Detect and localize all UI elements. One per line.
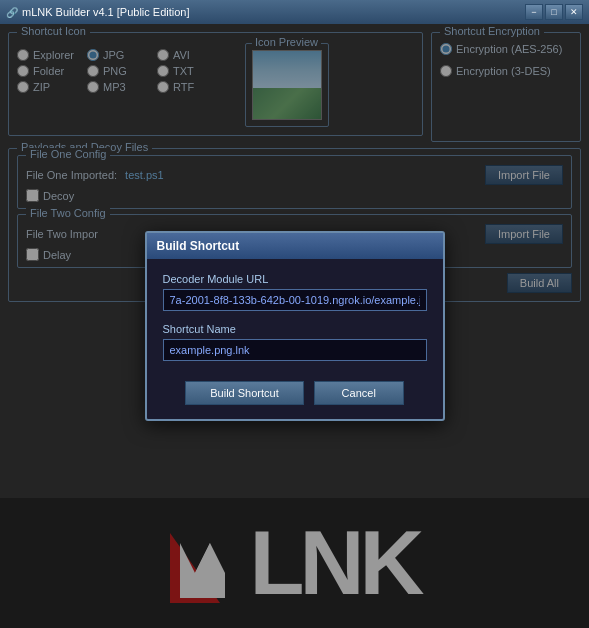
build-shortcut-button[interactable]: Build Shortcut bbox=[185, 381, 303, 405]
modal-dialog: Build Shortcut Decoder Module URL Shortc… bbox=[145, 231, 445, 421]
cancel-button[interactable]: Cancel bbox=[314, 381, 404, 405]
close-button[interactable]: ✕ bbox=[565, 4, 583, 20]
modal-title-bar: Build Shortcut bbox=[147, 233, 443, 259]
modal-overlay: Build Shortcut Decoder Module URL Shortc… bbox=[0, 24, 589, 628]
decoder-url-label: Decoder Module URL bbox=[163, 273, 427, 285]
title-bar-left: 🔗 mLNK Builder v4.1 [Public Edition] bbox=[6, 6, 190, 18]
title-bar-controls: − □ ✕ bbox=[525, 4, 583, 20]
title-bar: 🔗 mLNK Builder v4.1 [Public Edition] − □… bbox=[0, 0, 589, 24]
app-title: mLNK Builder v4.1 [Public Edition] bbox=[22, 6, 190, 18]
main-content: Shortcut Icon Explorer JPG AVI bbox=[0, 24, 589, 628]
shortcut-name-label: Shortcut Name bbox=[163, 323, 427, 335]
minimize-button[interactable]: − bbox=[525, 4, 543, 20]
maximize-button[interactable]: □ bbox=[545, 4, 563, 20]
shortcut-name-input[interactable] bbox=[163, 339, 427, 361]
modal-body: Decoder Module URL Shortcut Name Build S… bbox=[147, 259, 443, 419]
modal-buttons: Build Shortcut Cancel bbox=[163, 381, 427, 405]
modal-title: Build Shortcut bbox=[157, 239, 240, 253]
decoder-url-input[interactable] bbox=[163, 289, 427, 311]
app-icon: 🔗 bbox=[6, 7, 18, 18]
